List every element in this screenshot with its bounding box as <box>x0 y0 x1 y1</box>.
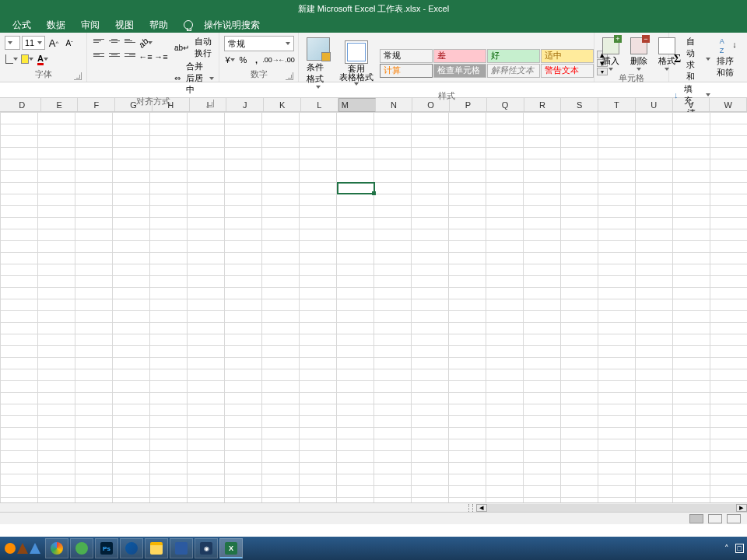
border-button[interactable] <box>5 52 19 66</box>
chevron-down-icon <box>316 86 321 89</box>
number-format-value: 常规 <box>228 38 245 50</box>
font-size-value: 11 <box>25 38 34 47</box>
conditional-format-button[interactable]: 条件格式 <box>303 36 333 90</box>
shrink-font-button[interactable]: Aˇ <box>62 36 76 50</box>
style-warn[interactable]: 警告文本 <box>541 64 594 78</box>
tray-ime-icon[interactable]: □ <box>735 544 744 553</box>
style-explan[interactable]: 解释性文本 <box>487 64 540 78</box>
taskbar-edge[interactable] <box>120 538 143 558</box>
style-good[interactable]: 好 <box>487 49 540 63</box>
browser-icon <box>75 542 88 555</box>
increase-decimal-button[interactable]: .00→ <box>264 53 278 67</box>
autosum-button[interactable]: Σ 自动求和 <box>674 36 710 82</box>
app-icon-1[interactable] <box>5 543 16 554</box>
scroll-track[interactable] <box>487 504 736 512</box>
chevron-down-icon <box>37 41 42 44</box>
align-bottom-button[interactable] <box>123 36 137 50</box>
col-K[interactable]: K <box>264 98 301 111</box>
col-T[interactable]: T <box>598 98 636 111</box>
chevron-down-icon <box>209 77 214 80</box>
taskbar-excel[interactable]: X <box>219 538 243 558</box>
col-D[interactable]: D <box>4 98 41 111</box>
ribbon: 11 A^ Aˇ A 字体 ab <box>0 33 747 82</box>
format-as-table-button[interactable]: 套用 表格格式 <box>336 39 377 87</box>
decrease-decimal-button[interactable]: ←.00 <box>279 53 293 67</box>
view-layout-button[interactable] <box>708 514 722 523</box>
dialog-launcher-icon[interactable] <box>286 72 293 80</box>
col-J[interactable]: J <box>226 98 264 111</box>
align-top-button[interactable] <box>92 36 106 50</box>
tab-data[interactable]: 数据 <box>39 19 73 32</box>
tell-me-label: 操作说明搜索 <box>196 19 268 32</box>
indent-increase-button[interactable]: →≡ <box>154 50 168 64</box>
align-right-button[interactable] <box>123 50 137 64</box>
tab-formulas[interactable]: 公式 <box>5 19 39 32</box>
tab-help[interactable]: 帮助 <box>142 19 176 32</box>
taskbar-chrome[interactable] <box>45 538 68 558</box>
grow-font-button[interactable]: A^ <box>47 36 61 50</box>
taskbar-app2[interactable]: ◉ <box>195 538 218 558</box>
font-color-button[interactable]: A <box>36 52 50 66</box>
merge-label: 合并后居中 <box>186 61 204 96</box>
orientation-button[interactable]: ab <box>139 36 153 50</box>
fill-color-button[interactable] <box>20 52 34 66</box>
taskbar-360[interactable] <box>70 538 93 558</box>
cell-grid[interactable] <box>0 112 747 502</box>
dialog-launcher-icon[interactable] <box>74 72 82 80</box>
tell-me[interactable]: 操作说明搜索 <box>184 19 268 32</box>
style-normal[interactable]: 常规 <box>380 49 433 63</box>
scroll-right-button[interactable]: ▸ <box>736 504 747 512</box>
percent-format-button[interactable]: % <box>237 53 249 67</box>
accounting-format-button[interactable]: ¥ <box>224 53 236 67</box>
app-icon-2[interactable] <box>17 543 28 554</box>
col-V[interactable]: V <box>673 98 710 111</box>
group-cells: 插入 删除 格式 单元格 <box>594 33 669 82</box>
comma-format-button[interactable]: , <box>251 53 262 67</box>
view-normal-button[interactable] <box>689 514 703 523</box>
wrap-text-button[interactable]: ab↵ 自动换行 <box>174 36 214 59</box>
folder-icon <box>150 542 163 555</box>
taskbar-app1[interactable] <box>170 538 193 558</box>
photoshop-icon: Ps <box>100 542 113 555</box>
indent-decrease-button[interactable]: ←≡ <box>139 50 153 64</box>
style-calc[interactable]: 计算 <box>380 64 433 78</box>
tray-chevron-icon[interactable]: ˄ <box>724 544 729 554</box>
status-bar <box>0 512 747 524</box>
col-U[interactable]: U <box>636 98 673 111</box>
tab-review[interactable]: 审阅 <box>73 19 107 32</box>
insert-cells-button[interactable]: 插入 <box>599 36 622 72</box>
horizontal-scrollbar[interactable]: ◂ ▸ <box>0 502 747 512</box>
font-size-dropdown[interactable]: 11 <box>22 36 45 50</box>
excel-icon: X <box>225 542 237 555</box>
style-bad[interactable]: 差 <box>433 49 486 63</box>
align-middle-button[interactable] <box>107 36 121 50</box>
taskbar-explorer[interactable] <box>145 538 168 558</box>
align-center-button[interactable] <box>107 50 121 64</box>
scroll-left-button[interactable]: ◂ <box>476 504 487 512</box>
col-E[interactable]: E <box>41 98 79 111</box>
style-check[interactable]: 检查单元格 <box>433 64 486 78</box>
edge-icon <box>125 542 138 555</box>
selected-cell[interactable] <box>337 182 375 194</box>
merge-center-button[interactable]: ⇔ 合并后居中 <box>174 61 214 96</box>
sort-icon: AZ↓ <box>720 37 737 54</box>
view-pagebreak-button[interactable] <box>727 514 741 523</box>
group-alignment: ab ←≡ →≡ ab↵ 自动换行 ⇔ 合并后居中 对齐方式 <box>87 33 219 82</box>
style-neutral[interactable]: 适中 <box>541 49 594 63</box>
chevron-down-icon <box>13 58 18 61</box>
chevron-down-icon <box>354 82 359 86</box>
app-icon-3[interactable] <box>30 543 40 554</box>
chevron-down-icon <box>286 42 290 45</box>
app-icon <box>175 542 188 555</box>
font-family-dropdown[interactable] <box>5 36 20 50</box>
tab-view[interactable]: 视图 <box>107 19 142 32</box>
align-left-button[interactable] <box>92 50 106 64</box>
taskbar-ps[interactable]: Ps <box>95 538 118 558</box>
split-handle[interactable] <box>468 504 473 512</box>
delete-cells-button[interactable]: 删除 <box>627 36 651 72</box>
col-W[interactable]: W <box>710 98 747 111</box>
conditional-format-icon <box>307 37 330 61</box>
group-font: 11 A^ Aˇ A 字体 <box>0 33 87 82</box>
dialog-launcher-icon[interactable] <box>206 100 214 107</box>
number-format-dropdown[interactable]: 常规 <box>224 36 294 51</box>
